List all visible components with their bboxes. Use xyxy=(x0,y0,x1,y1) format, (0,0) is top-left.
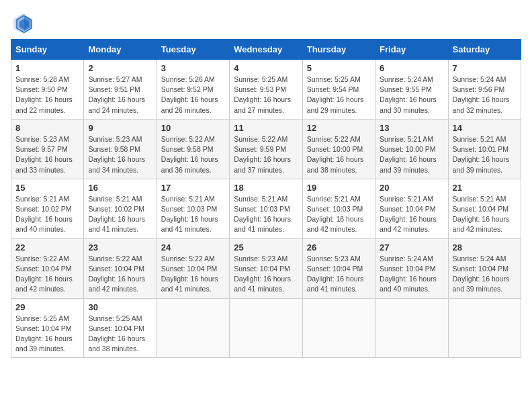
calendar-cell: 2 Sunrise: 5:27 AM Sunset: 9:51 PM Dayli… xyxy=(84,60,157,120)
logo-icon xyxy=(11,11,35,35)
day-number: 5 xyxy=(307,63,371,73)
weekday-header-monday: Monday xyxy=(84,40,157,60)
calendar-cell: 9 Sunrise: 5:23 AM Sunset: 9:58 PM Dayli… xyxy=(84,119,157,179)
day-info: Sunrise: 5:24 AM Sunset: 9:55 PM Dayligh… xyxy=(380,75,443,116)
calendar-cell xyxy=(375,298,448,358)
calendar-cell: 14 Sunrise: 5:21 AM Sunset: 10:01 PM Day… xyxy=(448,119,521,179)
day-number: 8 xyxy=(15,123,79,133)
calendar-cell: 13 Sunrise: 5:21 AM Sunset: 10:00 PM Day… xyxy=(375,119,448,179)
calendar-cell: 16 Sunrise: 5:21 AM Sunset: 10:02 PM Day… xyxy=(84,179,157,238)
calendar-cell: 7 Sunrise: 5:24 AM Sunset: 9:56 PM Dayli… xyxy=(448,60,521,120)
calendar-week-3: 15 Sunrise: 5:21 AM Sunset: 10:02 PM Day… xyxy=(11,179,521,238)
day-info: Sunrise: 5:23 AM Sunset: 10:04 PM Daylig… xyxy=(234,254,298,295)
day-number: 16 xyxy=(88,183,152,193)
calendar-cell: 8 Sunrise: 5:23 AM Sunset: 9:57 PM Dayli… xyxy=(11,119,84,179)
calendar-week-2: 8 Sunrise: 5:23 AM Sunset: 9:57 PM Dayli… xyxy=(11,119,521,179)
day-number: 3 xyxy=(161,63,225,73)
day-number: 24 xyxy=(161,242,225,253)
page-header xyxy=(11,11,521,35)
day-info: Sunrise: 5:21 AM Sunset: 10:01 PM Daylig… xyxy=(453,134,517,175)
calendar-cell: 12 Sunrise: 5:22 AM Sunset: 10:00 PM Day… xyxy=(302,119,375,179)
day-number: 1 xyxy=(15,63,79,73)
calendar-cell xyxy=(157,298,229,358)
day-number: 10 xyxy=(161,123,225,133)
day-number: 14 xyxy=(453,123,517,133)
calendar-week-1: 1 Sunrise: 5:28 AM Sunset: 9:50 PM Dayli… xyxy=(11,60,521,120)
day-info: Sunrise: 5:24 AM Sunset: 9:56 PM Dayligh… xyxy=(453,75,517,116)
calendar-cell: 30 Sunrise: 5:25 AM Sunset: 10:04 PM Day… xyxy=(84,298,157,358)
day-number: 2 xyxy=(88,63,152,73)
calendar-table: SundayMondayTuesdayWednesdayThursdayFrid… xyxy=(11,39,521,358)
calendar-cell: 4 Sunrise: 5:25 AM Sunset: 9:53 PM Dayli… xyxy=(230,60,302,120)
logo xyxy=(11,11,39,35)
calendar-cell: 19 Sunrise: 5:21 AM Sunset: 10:03 PM Day… xyxy=(302,179,375,238)
calendar-week-5: 29 Sunrise: 5:25 AM Sunset: 10:04 PM Day… xyxy=(11,298,521,358)
day-info: Sunrise: 5:22 AM Sunset: 10:00 PM Daylig… xyxy=(307,134,371,175)
day-number: 27 xyxy=(380,242,443,253)
day-info: Sunrise: 5:28 AM Sunset: 9:50 PM Dayligh… xyxy=(15,75,79,116)
day-info: Sunrise: 5:25 AM Sunset: 10:04 PM Daylig… xyxy=(88,314,152,355)
day-number: 22 xyxy=(15,242,79,253)
day-info: Sunrise: 5:25 AM Sunset: 9:54 PM Dayligh… xyxy=(307,75,371,116)
day-info: Sunrise: 5:22 AM Sunset: 9:58 PM Dayligh… xyxy=(161,134,225,175)
day-info: Sunrise: 5:23 AM Sunset: 9:58 PM Dayligh… xyxy=(88,134,152,175)
day-info: Sunrise: 5:23 AM Sunset: 10:04 PM Daylig… xyxy=(307,254,371,295)
day-info: Sunrise: 5:21 AM Sunset: 10:03 PM Daylig… xyxy=(307,194,371,235)
weekday-header-friday: Friday xyxy=(375,40,448,60)
calendar-cell: 21 Sunrise: 5:21 AM Sunset: 10:04 PM Day… xyxy=(448,179,521,238)
day-info: Sunrise: 5:24 AM Sunset: 10:04 PM Daylig… xyxy=(380,254,443,295)
weekday-header-sunday: Sunday xyxy=(11,40,84,60)
day-info: Sunrise: 5:21 AM Sunset: 10:03 PM Daylig… xyxy=(161,194,225,235)
calendar-cell xyxy=(302,298,375,358)
calendar-cell: 23 Sunrise: 5:22 AM Sunset: 10:04 PM Day… xyxy=(84,238,157,298)
day-number: 4 xyxy=(234,63,298,73)
day-number: 21 xyxy=(453,183,517,193)
weekday-header-row: SundayMondayTuesdayWednesdayThursdayFrid… xyxy=(11,40,521,60)
calendar-cell xyxy=(230,298,302,358)
day-number: 6 xyxy=(380,63,443,73)
day-info: Sunrise: 5:27 AM Sunset: 9:51 PM Dayligh… xyxy=(88,75,152,116)
day-number: 15 xyxy=(15,183,79,193)
calendar-cell: 6 Sunrise: 5:24 AM Sunset: 9:55 PM Dayli… xyxy=(375,60,448,120)
day-number: 13 xyxy=(380,123,443,133)
day-number: 9 xyxy=(88,123,152,133)
day-info: Sunrise: 5:24 AM Sunset: 10:04 PM Daylig… xyxy=(453,254,517,295)
weekday-header-saturday: Saturday xyxy=(448,40,521,60)
day-number: 26 xyxy=(307,242,371,253)
day-number: 12 xyxy=(307,123,371,133)
day-number: 20 xyxy=(380,183,443,193)
day-info: Sunrise: 5:21 AM Sunset: 10:04 PM Daylig… xyxy=(380,194,443,235)
calendar-cell: 27 Sunrise: 5:24 AM Sunset: 10:04 PM Day… xyxy=(375,238,448,298)
calendar-cell: 29 Sunrise: 5:25 AM Sunset: 10:04 PM Day… xyxy=(11,298,84,358)
calendar-cell: 28 Sunrise: 5:24 AM Sunset: 10:04 PM Day… xyxy=(448,238,521,298)
calendar-cell: 3 Sunrise: 5:26 AM Sunset: 9:52 PM Dayli… xyxy=(157,60,229,120)
day-number: 18 xyxy=(234,183,298,193)
day-info: Sunrise: 5:26 AM Sunset: 9:52 PM Dayligh… xyxy=(161,75,225,116)
day-number: 17 xyxy=(161,183,225,193)
day-number: 23 xyxy=(88,242,152,253)
day-number: 7 xyxy=(453,63,517,73)
day-number: 19 xyxy=(307,183,371,193)
weekday-header-tuesday: Tuesday xyxy=(157,40,229,60)
calendar-cell: 24 Sunrise: 5:22 AM Sunset: 10:04 PM Day… xyxy=(157,238,229,298)
day-info: Sunrise: 5:22 AM Sunset: 10:04 PM Daylig… xyxy=(161,254,225,295)
day-info: Sunrise: 5:21 AM Sunset: 10:04 PM Daylig… xyxy=(453,194,517,235)
day-info: Sunrise: 5:25 AM Sunset: 9:53 PM Dayligh… xyxy=(234,75,298,116)
day-info: Sunrise: 5:21 AM Sunset: 10:00 PM Daylig… xyxy=(380,134,443,175)
day-info: Sunrise: 5:22 AM Sunset: 10:04 PM Daylig… xyxy=(15,254,79,295)
day-number: 25 xyxy=(234,242,298,253)
calendar-cell: 20 Sunrise: 5:21 AM Sunset: 10:04 PM Day… xyxy=(375,179,448,238)
day-number: 29 xyxy=(15,302,79,312)
calendar-cell: 11 Sunrise: 5:22 AM Sunset: 9:59 PM Dayl… xyxy=(230,119,302,179)
day-number: 30 xyxy=(88,302,152,312)
calendar-cell: 10 Sunrise: 5:22 AM Sunset: 9:58 PM Dayl… xyxy=(157,119,229,179)
calendar-cell: 26 Sunrise: 5:23 AM Sunset: 10:04 PM Day… xyxy=(302,238,375,298)
calendar-cell xyxy=(448,298,521,358)
calendar-cell: 18 Sunrise: 5:21 AM Sunset: 10:03 PM Day… xyxy=(230,179,302,238)
day-info: Sunrise: 5:22 AM Sunset: 9:59 PM Dayligh… xyxy=(234,134,298,175)
calendar-cell: 22 Sunrise: 5:22 AM Sunset: 10:04 PM Day… xyxy=(11,238,84,298)
calendar-cell: 25 Sunrise: 5:23 AM Sunset: 10:04 PM Day… xyxy=(230,238,302,298)
calendar-cell: 15 Sunrise: 5:21 AM Sunset: 10:02 PM Day… xyxy=(11,179,84,238)
day-info: Sunrise: 5:22 AM Sunset: 10:04 PM Daylig… xyxy=(88,254,152,295)
day-info: Sunrise: 5:21 AM Sunset: 10:03 PM Daylig… xyxy=(234,194,298,235)
